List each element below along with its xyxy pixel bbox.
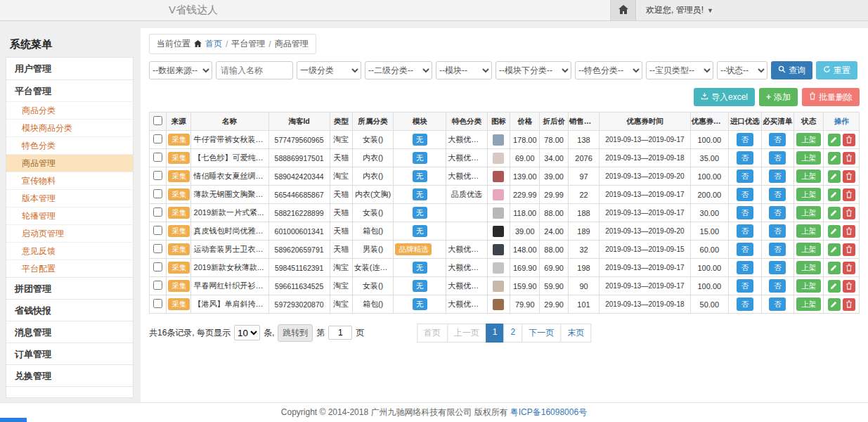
sidebar-item[interactable]: 兑换管理 bbox=[6, 364, 133, 386]
sidebar-subitem[interactable]: 启动页管理 bbox=[6, 224, 133, 242]
row-checkbox[interactable] bbox=[153, 281, 162, 290]
sidebar-item[interactable]: 拼团管理 bbox=[6, 277, 133, 299]
row-checkbox[interactable] bbox=[153, 153, 162, 162]
sidebar-subitem[interactable]: 意见反馈 bbox=[6, 242, 133, 260]
sidebar-subitem[interactable]: 宣传物料 bbox=[6, 172, 133, 189]
must-buy-toggle[interactable]: 否 bbox=[769, 243, 786, 256]
edit-icon[interactable] bbox=[828, 298, 841, 311]
import-select-toggle[interactable]: 否 bbox=[737, 279, 754, 293]
delete-icon[interactable] bbox=[843, 152, 855, 165]
delete-icon[interactable] bbox=[843, 262, 855, 274]
jump-button[interactable]: 跳转到 bbox=[278, 324, 313, 342]
must-buy-toggle[interactable]: 否 bbox=[769, 151, 786, 165]
delete-icon[interactable] bbox=[843, 207, 855, 219]
jump-page-input[interactable] bbox=[328, 326, 352, 340]
filter-select[interactable]: 一级分类 bbox=[297, 61, 361, 79]
edit-icon[interactable] bbox=[828, 152, 841, 165]
delete-icon[interactable] bbox=[843, 298, 855, 311]
import-select-toggle[interactable]: 否 bbox=[737, 224, 754, 238]
row-checkbox[interactable] bbox=[153, 171, 162, 180]
reset-button[interactable]: 重置 bbox=[816, 61, 857, 79]
filter-select[interactable]: --状态-- bbox=[717, 61, 767, 79]
page-button[interactable]: 1 bbox=[486, 324, 505, 343]
import-select-toggle[interactable]: 否 bbox=[737, 151, 754, 165]
filter-source-select[interactable]: --数据来源-- bbox=[149, 61, 212, 79]
import-select-toggle[interactable]: 否 bbox=[737, 298, 754, 311]
status-toggle[interactable]: 上架 bbox=[796, 170, 821, 183]
icp-link[interactable]: 粤ICP备16098006号 bbox=[510, 407, 587, 418]
delete-icon[interactable] bbox=[843, 243, 855, 256]
status-toggle[interactable]: 上架 bbox=[796, 224, 821, 238]
edit-icon[interactable] bbox=[828, 280, 841, 293]
import-select-toggle[interactable]: 否 bbox=[737, 243, 754, 256]
import-select-toggle[interactable]: 否 bbox=[737, 170, 754, 183]
must-buy-toggle[interactable]: 否 bbox=[769, 170, 786, 183]
page-button[interactable]: 末页 bbox=[560, 324, 591, 343]
must-buy-toggle[interactable]: 否 bbox=[769, 224, 786, 238]
sidebar-subitem[interactable]: 版本管理 bbox=[6, 189, 133, 207]
add-button[interactable]: + 添加 bbox=[759, 88, 798, 106]
edit-icon[interactable] bbox=[828, 170, 841, 183]
batch-delete-button[interactable]: 批量删除 bbox=[802, 88, 860, 106]
row-checkbox[interactable] bbox=[153, 207, 162, 217]
row-checkbox[interactable] bbox=[153, 262, 162, 271]
sidebar-subitem[interactable]: 轮播管理 bbox=[6, 207, 133, 224]
must-buy-toggle[interactable]: 否 bbox=[769, 206, 786, 219]
delete-icon[interactable] bbox=[843, 170, 855, 183]
status-toggle[interactable]: 上架 bbox=[796, 261, 821, 274]
status-toggle[interactable]: 上架 bbox=[796, 151, 821, 165]
page-size-select[interactable]: 10 bbox=[234, 325, 260, 340]
filter-select[interactable]: --二级分类-- bbox=[365, 61, 432, 79]
page-button[interactable]: 2 bbox=[504, 324, 523, 343]
import-select-toggle[interactable]: 否 bbox=[737, 133, 754, 146]
must-buy-toggle[interactable]: 否 bbox=[769, 188, 786, 201]
row-checkbox[interactable] bbox=[153, 226, 162, 235]
status-toggle[interactable]: 上架 bbox=[796, 298, 821, 311]
delete-icon[interactable] bbox=[843, 225, 855, 238]
status-toggle[interactable]: 上架 bbox=[796, 243, 821, 256]
filter-select[interactable]: --特色分类-- bbox=[575, 61, 642, 79]
must-buy-toggle[interactable]: 否 bbox=[769, 279, 786, 293]
status-toggle[interactable]: 上架 bbox=[796, 279, 821, 293]
must-buy-toggle[interactable]: 否 bbox=[769, 261, 786, 274]
user-menu[interactable]: 欢迎您, 管理员! ▼ bbox=[636, 4, 713, 16]
sidebar-item[interactable]: 消息管理 bbox=[6, 321, 133, 343]
row-checkbox[interactable] bbox=[153, 134, 162, 143]
brand-title[interactable]: V省钱达人 bbox=[169, 4, 218, 17]
edit-icon[interactable] bbox=[828, 134, 841, 146]
sidebar-item[interactable]: 平台管理 bbox=[6, 79, 133, 101]
must-buy-toggle[interactable]: 否 bbox=[769, 133, 786, 146]
import-select-toggle[interactable]: 否 bbox=[737, 206, 754, 219]
edit-icon[interactable] bbox=[828, 225, 841, 238]
sidebar-subitem[interactable]: 商品管理 bbox=[6, 154, 133, 172]
page-button[interactable]: 下一页 bbox=[522, 324, 561, 343]
sidebar-subitem[interactable]: 商品分类 bbox=[6, 101, 133, 119]
sidebar-subitem[interactable]: 模块商品分类 bbox=[6, 119, 133, 136]
status-toggle[interactable]: 上架 bbox=[796, 206, 821, 219]
delete-icon[interactable] bbox=[843, 188, 855, 201]
row-checkbox[interactable] bbox=[153, 189, 162, 198]
edit-icon[interactable] bbox=[828, 207, 841, 219]
sidebar-item[interactable]: 用户管理 bbox=[6, 58, 133, 79]
sidebar-item[interactable]: 省钱快报 bbox=[6, 299, 133, 321]
filter-select[interactable]: --模块-- bbox=[436, 61, 492, 79]
must-buy-toggle[interactable]: 否 bbox=[769, 298, 786, 311]
search-button[interactable]: 查询 bbox=[771, 61, 812, 79]
status-toggle[interactable]: 上架 bbox=[796, 188, 821, 201]
breadcrumb-home-link[interactable]: 首页 bbox=[205, 38, 222, 50]
row-checkbox[interactable] bbox=[153, 299, 162, 308]
filter-keyword-input[interactable] bbox=[216, 61, 293, 79]
sidebar-item[interactable]: 订单管理 bbox=[6, 343, 133, 364]
sidebar-subitem[interactable]: 特色分类 bbox=[6, 136, 133, 154]
select-all-checkbox[interactable] bbox=[153, 116, 162, 125]
filter-select[interactable]: --宝贝类型-- bbox=[646, 61, 713, 79]
status-toggle[interactable]: 上架 bbox=[796, 133, 821, 146]
home-button[interactable] bbox=[611, 0, 636, 20]
edit-icon[interactable] bbox=[828, 188, 841, 201]
delete-icon[interactable] bbox=[843, 280, 855, 293]
sidebar-subitem[interactable]: 平台配置 bbox=[6, 260, 133, 277]
filter-select[interactable]: --模块下分类-- bbox=[495, 61, 571, 79]
row-checkbox[interactable] bbox=[153, 244, 162, 253]
import-excel-button[interactable]: 导入excel bbox=[694, 88, 755, 106]
import-select-toggle[interactable]: 否 bbox=[737, 261, 754, 274]
